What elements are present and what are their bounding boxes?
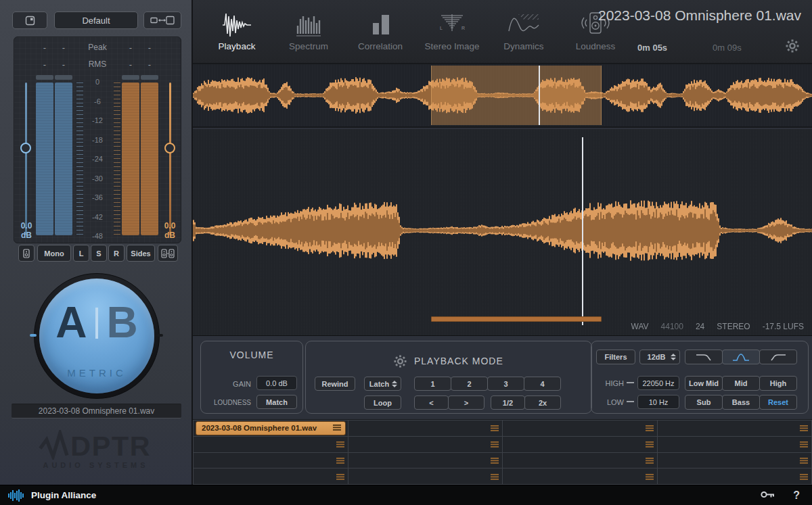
band-high-button[interactable]: High [759,376,797,391]
gain-value-field[interactable]: 0.0 dB [256,376,297,390]
menu-icon[interactable] [646,471,654,483]
playlist-cell-empty[interactable] [503,453,657,468]
filter-slope-dropdown[interactable]: 12dB [639,350,680,364]
mono-button[interactable]: Mono [37,245,71,262]
high-cutoff-field[interactable]: 22050 Hz [637,376,679,390]
playlist-cell-empty[interactable] [348,453,503,468]
tab-spectrum[interactable]: Spectrum [273,0,344,64]
next-cue-button[interactable]: > [448,395,484,410]
playlist-active-item[interactable]: 2023-03-08 Omnisphere 01.wav [196,421,346,435]
playlist-cell-empty[interactable] [348,468,503,484]
menu-icon[interactable] [491,454,499,466]
menu-icon[interactable] [333,424,341,432]
playback-settings-gear-button[interactable] [394,355,407,368]
sides-button[interactable]: Sides [127,245,155,262]
left-channel-button[interactable]: L [73,245,89,262]
playlist-cell-empty[interactable] [503,437,657,452]
tab-stereo-image[interactable]: L R Stereo Image [416,0,488,64]
menu-icon[interactable] [646,422,654,434]
playlist-cell-empty[interactable] [503,468,657,484]
window-pin-button[interactable] [12,11,47,29]
filters-toggle-button[interactable]: Filters [596,350,635,364]
menu-icon[interactable] [491,471,499,483]
playlist-cell-empty[interactable] [658,468,812,484]
tab-playback[interactable]: Playback [201,0,273,64]
settings-gear-button[interactable] [786,39,799,53]
playlist-cell-empty[interactable] [658,420,812,436]
gain-slider-track-b[interactable] [169,82,171,235]
gain-slider-knob-b[interactable] [164,143,175,153]
playlist-cell-empty[interactable] [348,437,503,452]
waveform-main-view[interactable]: WAV 44100 24 STEREO -17.5 LUFS [193,129,812,336]
right-channel-button[interactable]: R [108,245,125,262]
ab-toggle-dial[interactable]: A | B METRIC [39,279,154,393]
playlist-cell-empty[interactable] [658,453,812,468]
menu-icon[interactable] [800,422,808,434]
filters-reset-button[interactable]: Reset [759,395,797,410]
prev-cue-button[interactable]: < [414,395,449,410]
waveform-overview[interactable] [193,64,812,128]
highpass-filter-button[interactable] [759,350,797,364]
main-playhead[interactable] [582,137,583,325]
lowpass-filter-button[interactable] [685,350,723,364]
speaker-single-button[interactable] [18,245,35,262]
band-low-mid-button[interactable]: Low Mid [685,376,723,391]
loop-button[interactable]: Loop [364,395,401,410]
tab-dynamics[interactable]: Dynamics [488,0,560,64]
loudness-label: LOUDNESS [202,399,251,406]
overview-playhead[interactable] [539,66,540,125]
loudness-match-button[interactable]: Match [256,395,297,409]
playlist-cell-empty[interactable] [194,453,348,468]
overview-selection-region[interactable] [431,66,602,125]
level-meter-panel: - - Peak - - - - RMS - - 0-6-12-18-24-30… [14,37,181,243]
file-bit-depth: 24 [696,322,704,331]
playlist-cell-empty[interactable] [194,437,348,452]
cue-button[interactable]: 2 [451,377,488,391]
half-speed-button[interactable]: 1/2 [491,395,525,410]
band-sub-button[interactable]: Sub [685,395,723,410]
menu-icon[interactable] [800,454,808,466]
menu-icon[interactable] [336,471,344,483]
speaker-pair-button[interactable] [158,245,178,262]
cue-button[interactable]: 4 [524,377,561,391]
ab-letters: A | B [39,297,154,347]
gui-resize-button[interactable] [143,11,181,29]
band-mid-button[interactable]: Mid [722,376,760,391]
band-bass-button[interactable]: Bass [722,395,760,410]
playlist-cell-empty[interactable] [503,420,657,436]
menu-icon[interactable] [491,422,499,434]
menu-icon[interactable] [800,471,808,483]
playlist-cell-empty[interactable] [658,437,812,452]
latch-spinner-icon[interactable] [392,381,397,387]
menu-icon[interactable] [336,454,344,466]
ab-dial-mark-b [156,334,163,337]
bandpass-filter-button[interactable] [722,350,760,364]
double-speed-button[interactable]: 2x [524,395,561,410]
main-waveform-canvas[interactable] [193,129,812,335]
latch-mode-dropdown[interactable]: Latch [364,377,401,391]
license-key-button[interactable] [761,489,775,502]
menu-icon[interactable] [491,438,499,450]
gain-slider-knob-a[interactable] [20,143,31,153]
loop-region-bar[interactable] [431,316,602,322]
menu-icon[interactable] [646,454,654,466]
help-button[interactable]: ? [793,489,800,502]
preset-selector[interactable]: Default [54,11,138,29]
cue-button[interactable]: 1 [414,377,451,391]
tab-correlation[interactable]: Correlation [344,0,416,64]
cue-button[interactable]: 3 [487,377,524,391]
plugin-alliance-brand[interactable]: Plugin Alliance [8,489,96,502]
menu-icon[interactable] [646,438,654,450]
gain-slider-track-a[interactable] [25,82,27,235]
slope-spinner-icon[interactable] [671,354,676,360]
playlist-cell-empty[interactable] [194,468,348,484]
volume-title: VOLUME [201,350,302,360]
low-cutoff-field[interactable]: 10 Hz [637,395,679,409]
rewind-button[interactable]: Rewind [315,377,355,391]
loaded-file-title: 2023-03-08 Omnisphere 01.wav [598,7,801,24]
menu-icon[interactable] [800,438,808,450]
menu-icon[interactable] [336,438,344,450]
ab-letter-a: A [55,297,87,347]
playlist-cell-empty[interactable] [348,420,503,436]
solo-button[interactable]: S [91,245,107,262]
